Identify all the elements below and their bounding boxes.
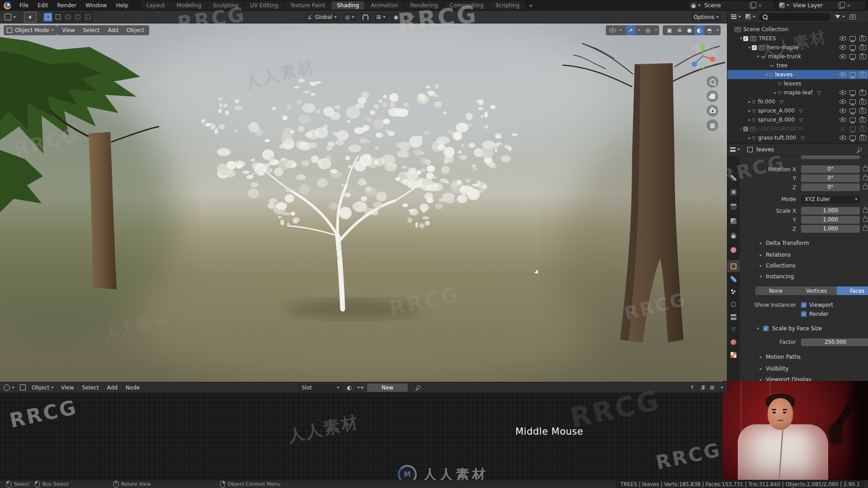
workspace-tab-animation[interactable]: Animation	[365, 1, 404, 9]
pin-icon[interactable]	[857, 147, 862, 152]
viewport-disable-icon[interactable]	[849, 70, 857, 79]
disclosure-arrow-icon[interactable]: ▾	[756, 54, 760, 59]
select-mode-box[interactable]	[53, 12, 63, 22]
viewport-menu-add[interactable]: Add	[104, 27, 123, 33]
disclosure-arrow-icon[interactable]: ▾	[739, 36, 743, 41]
lock-icon[interactable]	[863, 185, 868, 189]
properties-tab-scene[interactable]	[727, 230, 740, 241]
shading-wireframe-icon[interactable]: ⊕	[675, 25, 684, 35]
properties-tab-particles[interactable]	[727, 286, 740, 297]
outliner-row-spruce-a-000[interactable]: ▸▽spruce_A.000▽	[727, 106, 868, 115]
rotation-mode-dropdown[interactable]: XYZ Euler	[801, 196, 860, 203]
render-disable-icon[interactable]	[859, 115, 867, 124]
viewport-disable-icon[interactable]	[849, 88, 857, 97]
outliner-row-fir-000[interactable]: ▸▽fir.000▽	[727, 97, 868, 106]
properties-tab-output[interactable]	[727, 201, 740, 212]
shader-type-dropdown[interactable]: Object	[28, 384, 57, 392]
lock-icon[interactable]	[863, 209, 868, 213]
viewport-disable-icon[interactable]	[849, 124, 857, 133]
factor-field[interactable]: 250.000	[801, 338, 868, 346]
snap-toggle[interactable]	[360, 13, 371, 22]
section-instancing[interactable]: ▾Instancing∷∷	[740, 271, 868, 282]
properties-tab-render[interactable]	[727, 186, 740, 198]
section-delta-transform[interactable]: ▸Delta Transform∷∷	[740, 238, 868, 248]
properties-tab-object-data[interactable]: ▽	[727, 324, 740, 335]
overlays-toggle-icon[interactable]: ◎	[643, 25, 653, 35]
viewport-menu-view[interactable]: View	[58, 27, 79, 33]
disclosure-arrow-icon[interactable]: ▾	[739, 127, 743, 131]
menu-edit[interactable]: Edit	[33, 2, 52, 9]
pan-hand-icon[interactable]	[707, 90, 718, 102]
hide-eye-icon[interactable]	[839, 52, 847, 61]
copy-icon[interactable]	[750, 3, 755, 9]
view-layer-name[interactable]: View Layer	[789, 2, 837, 9]
collection-checkbox[interactable]: ✓	[752, 45, 757, 50]
instancing-option-vertices[interactable]: Vertices	[796, 286, 837, 295]
viewport-menu-object[interactable]: Object	[123, 27, 148, 33]
section-motion-paths[interactable]: ▸Motion Paths∷∷	[740, 352, 868, 362]
section-relations[interactable]: ▸Relations∷∷	[740, 249, 868, 260]
shading-material-icon[interactable]: ◐	[694, 25, 704, 35]
menu-window[interactable]: Window	[81, 2, 111, 9]
scale-x-field[interactable]: 1.000	[801, 207, 860, 215]
render-disable-icon[interactable]	[859, 88, 867, 97]
navigation-gizmo[interactable]	[688, 42, 717, 70]
section-collections[interactable]: ▸Collections∷∷	[740, 260, 868, 271]
editor-type-icon[interactable]	[5, 14, 16, 20]
viewport-checkbox[interactable]: ✓	[801, 302, 807, 308]
viewport-3d[interactable]: Object Mode ViewSelectAddObject ↗ ◎ ▣ ⊕ …	[0, 23, 727, 382]
hide-eye-icon[interactable]	[839, 115, 847, 124]
hide-eye-icon[interactable]	[839, 106, 847, 115]
scale-y-field[interactable]: 1.000	[801, 216, 860, 224]
lock-icon[interactable]	[863, 218, 868, 222]
select-mode-lasso[interactable]	[73, 12, 83, 22]
select-mode-extra[interactable]	[83, 12, 93, 22]
instancing-option-none[interactable]: None	[755, 286, 797, 295]
proportional-snap-icon[interactable]: S	[701, 385, 705, 391]
filter-icon[interactable]	[835, 15, 845, 19]
menu-file[interactable]: File	[15, 2, 33, 9]
slot-dropdown[interactable]: Slot	[298, 384, 343, 392]
viewport-disable-icon[interactable]	[849, 34, 857, 43]
workspace-tab-rendering[interactable]: Rendering	[405, 1, 443, 9]
instancing-option-faces[interactable]: Faces	[837, 286, 868, 295]
scale-by-face-checkbox[interactable]: ✓	[763, 326, 769, 331]
snap-target-dropdown[interactable]: ⊞	[374, 13, 388, 22]
properties-tab-object[interactable]	[727, 260, 740, 272]
mode-dropdown[interactable]: Object Mode	[4, 25, 57, 35]
collection-checkbox[interactable]: ✓	[743, 36, 748, 41]
copy-icon[interactable]	[839, 3, 844, 9]
viewport-disable-icon[interactable]	[849, 97, 857, 106]
visibility-eye-icon[interactable]	[608, 25, 618, 35]
outliner-row-undergrowth[interactable]: ▾✓UNDERGROWTH	[727, 124, 868, 133]
outliner-row-hero-maple[interactable]: ▾✓hero-maple	[727, 43, 868, 52]
viewport-disable-icon[interactable]	[849, 106, 857, 115]
render-disable-icon[interactable]	[859, 133, 867, 142]
outliner-row-maple-trunk[interactable]: ▾~maple-trunk	[727, 52, 868, 61]
view-layer-selector[interactable]: View Layer ✕	[778, 1, 865, 9]
shading-rendered-icon[interactable]: ◓	[704, 25, 714, 35]
add-workspace-button[interactable]: +	[528, 2, 533, 9]
pivot-point-dropdown[interactable]: ◎	[342, 13, 357, 22]
editor-type-icon[interactable]	[731, 14, 741, 19]
node-menu-select[interactable]: Select	[78, 385, 103, 391]
shading-solid-icon[interactable]: ●	[684, 25, 694, 35]
hide-eye-icon[interactable]	[839, 133, 847, 142]
properties-tab-physics[interactable]	[727, 298, 740, 310]
lock-icon[interactable]	[863, 227, 868, 231]
outliner-row-spruce-b-000[interactable]: ▸▽spruce_B.000▽	[727, 115, 868, 124]
outliner-row-grass-tuft-000[interactable]: ▸▽grass-tuft.000▽	[727, 133, 868, 142]
workspace-tab-scripting[interactable]: Scripting	[490, 1, 525, 9]
grid-snap-icon[interactable]: ⊞	[710, 385, 714, 391]
viewport-disable-icon[interactable]	[849, 115, 857, 124]
node-menu-node[interactable]: Node	[122, 385, 144, 391]
editor-type-icon[interactable]	[4, 385, 14, 391]
collection-checkbox[interactable]: ✓	[743, 127, 748, 131]
render-disable-icon[interactable]	[859, 34, 867, 43]
disclosure-arrow-icon[interactable]: ▸	[773, 90, 778, 95]
properties-tab-texture[interactable]	[727, 349, 740, 361]
rotation-z-field[interactable]: 0°	[801, 183, 860, 191]
render-disable-icon[interactable]	[859, 106, 867, 115]
close-icon[interactable]: ✕	[756, 3, 764, 8]
node-menu-view[interactable]: View	[57, 385, 78, 391]
